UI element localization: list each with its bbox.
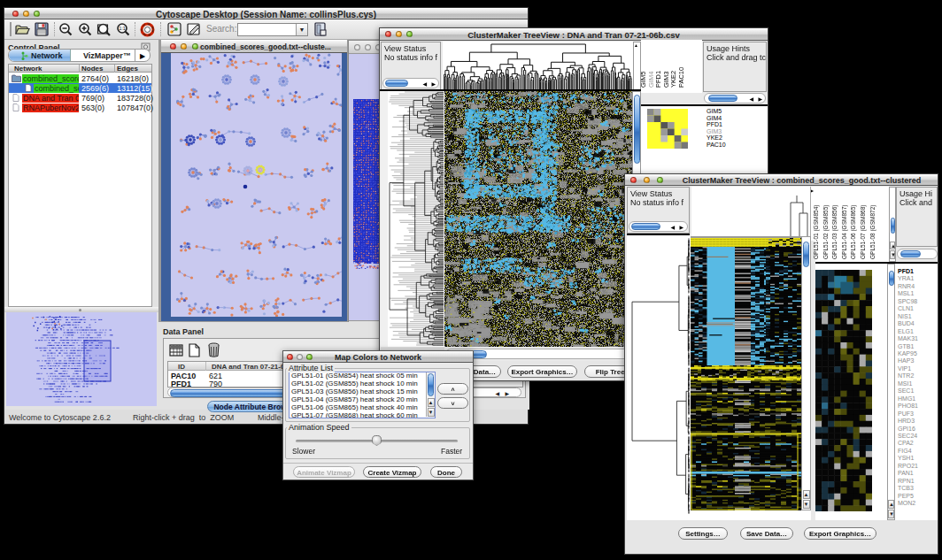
svg-text:1:1: 1:1 bbox=[119, 26, 126, 31]
